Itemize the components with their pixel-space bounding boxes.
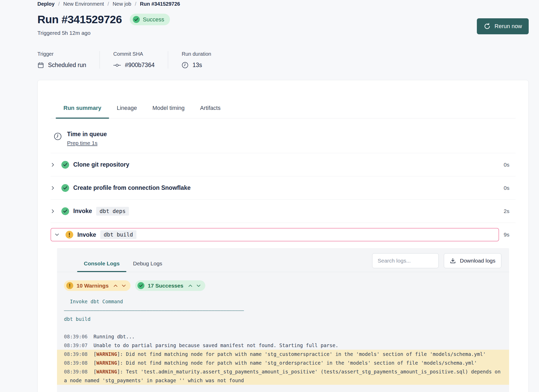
chevron-right-icon[interactable] <box>51 162 61 167</box>
log-line: dbt build <box>57 315 509 323</box>
step-title: Clone git repository <box>73 161 129 168</box>
meta-duration-value: 13s <box>192 62 202 69</box>
rerun-now-button[interactable]: Rerun now <box>477 18 529 34</box>
success-check-icon <box>61 207 69 215</box>
run-meta-row: Trigger Scheduled run Commit SHA #900b73… <box>37 51 529 69</box>
page-header: Run #341529726 Success Triggered 5h 12m … <box>37 13 529 36</box>
status-badge: Success <box>130 14 170 25</box>
run-summary-card: Run summary Lineage Model timing Artifac… <box>37 80 529 392</box>
warning-icon <box>66 282 73 289</box>
step-row-clone-git[interactable]: Clone git repository 0s <box>51 153 516 176</box>
warnings-pill-label: 10 Warnings <box>77 283 109 289</box>
success-check-icon <box>61 161 69 169</box>
chevron-down-icon[interactable] <box>55 232 66 237</box>
triggered-timestamp: Triggered 5h 12m ago <box>37 30 170 36</box>
step-title: Create profile from connection Snowflake <box>73 184 191 191</box>
page-title: Run #341529726 <box>37 13 122 26</box>
step-dbt-build-selected[interactable]: Invoke dbt build <box>51 228 499 241</box>
step-duration: 9s <box>504 232 516 238</box>
log-filter-badges: 10 Warnings 17 Successes <box>57 272 509 291</box>
meta-commit-sha: Commit SHA #900b7364 <box>113 51 168 69</box>
download-icon <box>450 258 456 264</box>
warning-status-icon <box>66 231 73 239</box>
log-line: 08:39:06Running dbt... <box>57 332 509 341</box>
step-command-chip: dbt deps <box>96 207 129 216</box>
log-line: Invoke dbt Command <box>57 297 509 306</box>
warning-prev-chevron-up-icon[interactable] <box>113 284 118 287</box>
chevron-right-icon[interactable] <box>51 186 61 190</box>
clock-icon <box>182 62 189 69</box>
chevron-right-icon[interactable] <box>51 209 61 214</box>
download-logs-label: Download logs <box>460 258 495 264</box>
prep-time-link[interactable]: Prep time 1s <box>67 140 97 146</box>
breadcrumb-current-run: Run #341529726 <box>140 1 180 7</box>
calendar-icon <box>37 62 44 69</box>
meta-duration-label: Run duration <box>182 51 211 57</box>
time-in-queue-title: Time in queue <box>67 131 107 138</box>
log-warning-line: 08:39:08[WARNING]: Did not find matching… <box>57 350 509 358</box>
step-row-dbt-deps[interactable]: Invoke dbt deps 2s <box>51 200 516 223</box>
meta-trigger-label: Trigger <box>37 51 86 57</box>
step-duration: 0s <box>504 185 516 191</box>
meta-commit-label: Commit SHA <box>113 51 154 57</box>
breadcrumb-separator: / <box>58 1 60 7</box>
rerun-now-label: Rerun now <box>495 23 522 30</box>
tab-console-logs[interactable]: Console Logs <box>77 257 126 272</box>
tab-model-timing[interactable]: Model timing <box>145 105 192 118</box>
tab-lineage[interactable]: Lineage <box>109 105 145 118</box>
log-warning-line: 08:39:08[WARNING]: Test 'test.admin_matu… <box>57 367 509 385</box>
console-log-panel: Console Logs Debug Logs Download logs <box>57 248 509 392</box>
log-blank-line <box>57 323 509 332</box>
search-logs-input[interactable] <box>372 253 439 268</box>
log-actions: Download logs <box>372 253 501 272</box>
step-title: Invoke <box>73 208 92 215</box>
breadcrumb-separator: / <box>135 1 136 7</box>
meta-trigger: Trigger Scheduled run <box>37 51 100 69</box>
tab-artifacts[interactable]: Artifacts <box>192 105 228 118</box>
step-row-create-profile[interactable]: Create profile from connection Snowflake… <box>51 176 516 200</box>
time-in-queue-section: Time in queue Prep time 1s <box>51 118 516 153</box>
clock-icon <box>54 132 62 146</box>
breadcrumb-deploy[interactable]: Deploy <box>37 1 55 7</box>
tab-run-summary[interactable]: Run summary <box>56 105 109 118</box>
check-circle-icon <box>133 16 140 23</box>
breadcrumb: Deploy / New Environment / New job / Run… <box>37 1 529 7</box>
refresh-icon <box>484 23 491 30</box>
log-warning-line: 08:39:08[WARNING]: Did not find matching… <box>57 358 509 367</box>
meta-trigger-value: Scheduled run <box>48 62 86 69</box>
meta-run-duration: Run duration 13s <box>182 51 225 69</box>
breadcrumb-environment[interactable]: New Environment <box>63 1 104 7</box>
step-command-chip: dbt build <box>100 230 136 239</box>
success-check-icon <box>61 184 69 192</box>
step-duration: 0s <box>504 162 516 168</box>
download-logs-button[interactable]: Download logs <box>444 253 501 268</box>
success-prev-chevron-up-icon[interactable] <box>188 284 192 287</box>
run-tabs: Run summary Lineage Model timing Artifac… <box>51 80 516 118</box>
step-duration: 2s <box>504 208 516 214</box>
successes-pill-label: 17 Successes <box>148 283 183 289</box>
success-next-chevron-down-icon[interactable] <box>197 284 201 287</box>
log-divider-line: ––––––––––––––––––––––––––––––––––––––––… <box>57 306 509 315</box>
breadcrumb-job[interactable]: New job <box>113 1 131 7</box>
step-title: Invoke <box>77 231 96 238</box>
warnings-filter-pill[interactable]: 10 Warnings <box>64 280 130 291</box>
log-output: Invoke dbt Command –––––––––––––––––––––… <box>57 297 509 385</box>
meta-commit-value: #900b7364 <box>125 62 154 69</box>
tab-debug-logs[interactable]: Debug Logs <box>126 257 169 272</box>
log-line: 08:39:07Unable to do partial parsing bec… <box>57 341 509 350</box>
log-tabs: Console Logs Debug Logs <box>77 257 169 272</box>
successes-filter-pill[interactable]: 17 Successes <box>135 280 205 291</box>
status-badge-label: Success <box>143 16 164 23</box>
warning-next-chevron-down-icon[interactable] <box>122 284 126 287</box>
step-row-dbt-build: Invoke dbt build 9s <box>51 228 516 241</box>
run-detail-page: Deploy / New Environment / New job / Run… <box>0 0 539 392</box>
log-panel-header: Console Logs Debug Logs Download logs <box>57 248 509 272</box>
check-icon <box>137 282 144 289</box>
commit-icon <box>113 62 121 69</box>
breadcrumb-separator: / <box>108 1 109 7</box>
